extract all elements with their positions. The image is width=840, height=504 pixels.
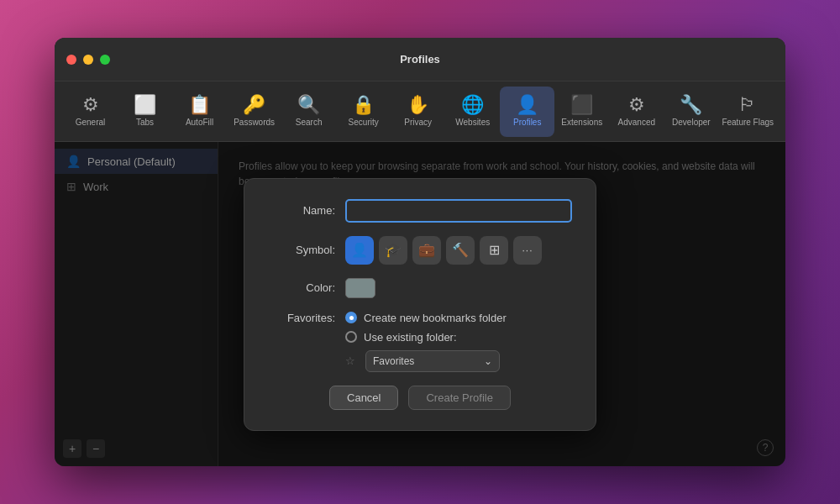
folder-dropdown-row: ☆ Favorites ⌄ [345,350,507,372]
tabs-icon: ⬜ [134,96,156,114]
cancel-button[interactable]: Cancel [329,386,398,410]
extensions-icon: ⬛ [570,96,593,114]
toolbar-item-developer[interactable]: 🔧 Developer [664,87,718,137]
toolbar-label-tabs: Tabs [136,118,154,127]
symbol-btn-briefcase[interactable]: 💼 [412,236,441,265]
passwords-icon: 🔑 [243,96,265,114]
color-row: Color: [268,278,572,298]
developer-icon: 🔧 [680,96,702,114]
toolbar-item-search[interactable]: 🔍 Search [281,87,336,137]
toolbar-item-profiles[interactable]: 👤 Profiles [500,87,554,137]
toolbar-item-websites[interactable]: 🌐 Websites [445,87,500,137]
profiles-icon: 👤 [516,96,538,114]
title-bar: Profiles [55,38,785,81]
radio-existing-folder-btn [345,331,357,343]
folder-name: Favorites [373,355,414,367]
radio-new-folder-btn [345,312,357,323]
folder-dropdown[interactable]: Favorites ⌄ [365,350,500,372]
modal-actions: Cancel Create Profile [268,386,572,410]
symbol-btn-more[interactable]: ··· [513,236,542,265]
radio-new-folder-label: Create new bookmarks folder [364,312,507,324]
symbol-btn-graduation[interactable]: 🎓 [379,236,407,265]
close-button[interactable] [66,55,76,65]
maximize-button[interactable] [100,55,110,65]
symbol-row: Symbol: 👤 🎓 💼 🔨 ⊞ ··· [268,236,572,265]
create-profile-modal: Name: Symbol: 👤 🎓 💼 🔨 ⊞ ··· [244,178,596,431]
symbol-label: Symbol: [268,244,335,256]
color-label: Color: [268,281,335,294]
toolbar-label-privacy: Privacy [404,118,432,127]
symbol-btn-hammer[interactable]: 🔨 [446,236,475,265]
toolbar-item-advanced[interactable]: ⚙ Advanced [609,87,664,137]
symbol-btn-profile[interactable]: 👤 [345,236,374,265]
main-window: Profiles ⚙ General ⬜ Tabs 📋 AutoFill 🔑 P… [55,38,785,466]
symbol-btn-grid[interactable]: ⊞ [480,236,508,265]
name-input[interactable] [345,199,572,223]
toolbar-label-extensions: Extensions [561,118,602,127]
toolbar-label-passwords: Passwords [234,118,275,127]
feature-flags-icon: 🏳 [738,96,757,114]
autofill-icon: 📋 [188,96,211,114]
folder-star-icon: ☆ [345,354,355,367]
toolbar-label-security: Security [349,118,379,127]
security-icon: 🔒 [352,96,375,114]
toolbar-item-autofill[interactable]: 📋 AutoFill [172,87,227,137]
toolbar-label-developer: Developer [672,118,711,127]
general-icon: ⚙ [82,96,99,114]
websites-icon: 🌐 [461,96,484,114]
toolbar-item-feature-flags[interactable]: 🏳 Feature Flags [718,87,777,137]
main-content: 👤 Personal (Default) ⊞ Work + − Profiles… [55,142,785,466]
toolbar-item-security[interactable]: 🔒 Security [336,87,391,137]
traffic-lights [66,55,110,65]
toolbar-item-privacy[interactable]: ✋ Privacy [391,87,445,137]
favorites-options: Create new bookmarks folder Use existing… [345,312,507,372]
color-swatch[interactable] [345,278,375,298]
toolbar-item-extensions[interactable]: ⬛ Extensions [554,87,609,137]
privacy-icon: ✋ [407,96,429,114]
toolbar-label-autofill: AutoFill [186,118,213,127]
toolbar-label-feature-flags: Feature Flags [722,118,774,127]
toolbar: ⚙ General ⬜ Tabs 📋 AutoFill 🔑 Passwords … [55,81,785,142]
favorites-label: Favorites: [268,312,335,324]
advanced-icon: ⚙ [628,96,645,114]
name-label: Name: [268,204,335,217]
favorites-row: Favorites: Create new bookmarks folder U… [268,312,572,372]
name-field-row: Name: [268,199,572,223]
toolbar-label-profiles: Profiles [513,118,541,127]
toolbar-label-search: Search [296,118,323,127]
create-profile-button[interactable]: Create Profile [408,386,510,410]
modal-overlay: Name: Symbol: 👤 🎓 💼 🔨 ⊞ ··· [55,142,785,466]
radio-existing-folder[interactable]: Use existing folder: [345,331,507,344]
toolbar-item-general[interactable]: ⚙ General [63,87,118,137]
minimize-button[interactable] [83,55,93,65]
toolbar-label-advanced: Advanced [618,118,655,127]
window-title: Profiles [400,53,440,66]
toolbar-item-tabs[interactable]: ⬜ Tabs [118,87,172,137]
radio-new-folder[interactable]: Create new bookmarks folder [345,312,507,324]
toolbar-label-general: General [76,118,106,127]
search-icon: 🔍 [297,96,320,114]
toolbar-item-passwords[interactable]: 🔑 Passwords [227,87,281,137]
toolbar-label-websites: Websites [455,118,490,127]
symbol-buttons: 👤 🎓 💼 🔨 ⊞ ··· [345,236,542,265]
folder-dropdown-chevron: ⌄ [484,355,492,367]
radio-existing-folder-label: Use existing folder: [364,331,457,344]
